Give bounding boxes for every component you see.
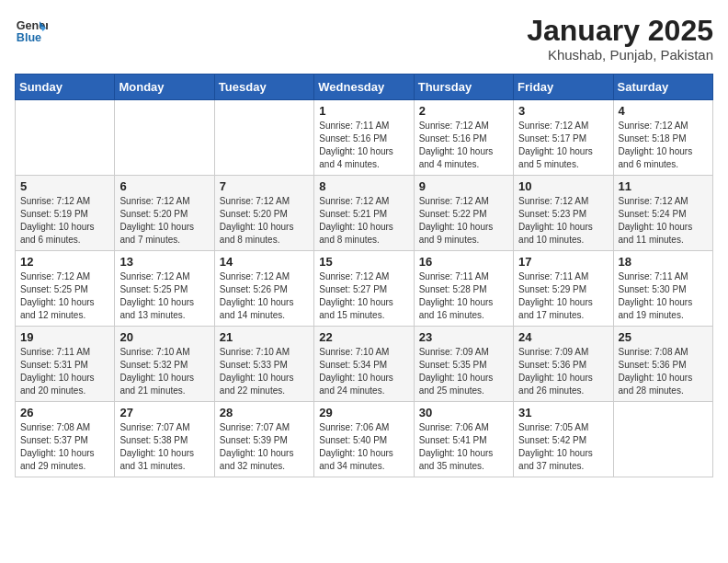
calendar-cell: 14Sunrise: 7:12 AM Sunset: 5:26 PM Dayli…: [214, 251, 313, 327]
day-number: 4: [619, 104, 708, 118]
cell-info: Sunrise: 7:06 AM Sunset: 5:41 PM Dayligh…: [419, 421, 508, 473]
logo-icon: General Blue: [15, 15, 48, 48]
calendar-cell: 2Sunrise: 7:12 AM Sunset: 5:16 PM Daylig…: [414, 100, 513, 176]
svg-text:Blue: Blue: [17, 31, 41, 44]
cell-info: Sunrise: 7:12 AM Sunset: 5:16 PM Dayligh…: [419, 120, 508, 171]
month-year-title: January 2025: [527, 15, 713, 47]
cell-info: Sunrise: 7:09 AM Sunset: 5:36 PM Dayligh…: [518, 346, 608, 397]
weekday-header-sunday: Sunday: [16, 75, 115, 100]
calendar-cell: 4Sunrise: 7:12 AM Sunset: 5:18 PM Daylig…: [613, 100, 712, 176]
calendar-cell: 6Sunrise: 7:12 AM Sunset: 5:20 PM Daylig…: [115, 176, 214, 251]
calendar-cell: 17Sunrise: 7:11 AM Sunset: 5:29 PM Dayli…: [514, 251, 613, 327]
day-number: 14: [220, 255, 309, 269]
cell-info: Sunrise: 7:12 AM Sunset: 5:21 PM Dayligh…: [319, 195, 408, 247]
calendar-cell: 15Sunrise: 7:12 AM Sunset: 5:27 PM Dayli…: [314, 251, 414, 327]
calendar-cell: 23Sunrise: 7:09 AM Sunset: 5:35 PM Dayli…: [414, 327, 513, 402]
calendar-row-3: 12Sunrise: 7:12 AM Sunset: 5:25 PM Dayli…: [16, 251, 713, 327]
weekday-header-row: SundayMondayTuesdayWednesdayThursdayFrid…: [16, 75, 713, 100]
day-number: 20: [119, 330, 209, 344]
day-number: 5: [20, 179, 109, 193]
day-number: 2: [419, 104, 508, 118]
calendar-cell: 16Sunrise: 7:11 AM Sunset: 5:28 PM Dayli…: [414, 251, 513, 327]
calendar-cell: 21Sunrise: 7:10 AM Sunset: 5:33 PM Dayli…: [214, 327, 313, 402]
calendar-cell: 30Sunrise: 7:06 AM Sunset: 5:41 PM Dayli…: [414, 402, 513, 477]
cell-info: Sunrise: 7:11 AM Sunset: 5:16 PM Dayligh…: [319, 120, 408, 171]
cell-info: Sunrise: 7:12 AM Sunset: 5:25 PM Dayligh…: [119, 270, 209, 322]
cell-info: Sunrise: 7:12 AM Sunset: 5:20 PM Dayligh…: [119, 195, 209, 247]
cell-info: Sunrise: 7:11 AM Sunset: 5:28 PM Dayligh…: [419, 270, 508, 322]
day-number: 18: [619, 255, 708, 269]
cell-info: Sunrise: 7:10 AM Sunset: 5:32 PM Dayligh…: [119, 346, 209, 397]
day-number: 31: [518, 406, 608, 419]
calendar-cell: 31Sunrise: 7:05 AM Sunset: 5:42 PM Dayli…: [514, 402, 613, 477]
day-number: 26: [20, 406, 109, 419]
cell-info: Sunrise: 7:12 AM Sunset: 5:23 PM Dayligh…: [518, 195, 608, 247]
calendar-cell: [115, 100, 214, 176]
day-number: 29: [319, 406, 408, 419]
calendar-cell: 27Sunrise: 7:07 AM Sunset: 5:38 PM Dayli…: [115, 402, 214, 477]
calendar-cell: 13Sunrise: 7:12 AM Sunset: 5:25 PM Dayli…: [115, 251, 214, 327]
page-header: General Blue January 2025 Khushab, Punja…: [15, 15, 713, 63]
day-number: 27: [119, 406, 209, 419]
location-subtitle: Khushab, Punjab, Pakistan: [527, 47, 713, 63]
day-number: 30: [419, 406, 508, 419]
day-number: 10: [518, 179, 608, 193]
calendar-row-2: 5Sunrise: 7:12 AM Sunset: 5:19 PM Daylig…: [16, 176, 713, 251]
day-number: 16: [419, 255, 508, 269]
cell-info: Sunrise: 7:10 AM Sunset: 5:33 PM Dayligh…: [220, 346, 309, 397]
weekday-header-thursday: Thursday: [414, 75, 513, 100]
weekday-header-saturday: Saturday: [613, 75, 712, 100]
cell-info: Sunrise: 7:12 AM Sunset: 5:17 PM Dayligh…: [518, 120, 608, 171]
day-number: 24: [518, 330, 608, 344]
calendar-cell: 24Sunrise: 7:09 AM Sunset: 5:36 PM Dayli…: [514, 327, 613, 402]
weekday-header-wednesday: Wednesday: [314, 75, 414, 100]
calendar-cell: 19Sunrise: 7:11 AM Sunset: 5:31 PM Dayli…: [16, 327, 115, 402]
calendar-cell: 1Sunrise: 7:11 AM Sunset: 5:16 PM Daylig…: [314, 100, 414, 176]
cell-info: Sunrise: 7:08 AM Sunset: 5:37 PM Dayligh…: [20, 421, 109, 473]
calendar-cell: 10Sunrise: 7:12 AM Sunset: 5:23 PM Dayli…: [514, 176, 613, 251]
day-number: 23: [419, 330, 508, 344]
cell-info: Sunrise: 7:05 AM Sunset: 5:42 PM Dayligh…: [518, 421, 608, 473]
title-block: January 2025 Khushab, Punjab, Pakistan: [527, 15, 713, 63]
calendar-cell: 22Sunrise: 7:10 AM Sunset: 5:34 PM Dayli…: [314, 327, 414, 402]
day-number: 8: [319, 179, 408, 193]
day-number: 25: [619, 330, 708, 344]
day-number: 6: [119, 179, 209, 193]
calendar-cell: 26Sunrise: 7:08 AM Sunset: 5:37 PM Dayli…: [16, 402, 115, 477]
day-number: 15: [319, 255, 408, 269]
day-number: 12: [20, 255, 109, 269]
day-number: 3: [518, 104, 608, 118]
logo: General Blue: [15, 15, 48, 48]
weekday-header-friday: Friday: [514, 75, 613, 100]
cell-info: Sunrise: 7:12 AM Sunset: 5:25 PM Dayligh…: [20, 270, 109, 322]
calendar-cell: 12Sunrise: 7:12 AM Sunset: 5:25 PM Dayli…: [16, 251, 115, 327]
cell-info: Sunrise: 7:12 AM Sunset: 5:20 PM Dayligh…: [220, 195, 309, 247]
calendar-cell: [214, 100, 313, 176]
calendar-cell: 9Sunrise: 7:12 AM Sunset: 5:22 PM Daylig…: [414, 176, 513, 251]
calendar-cell: 25Sunrise: 7:08 AM Sunset: 5:36 PM Dayli…: [613, 327, 712, 402]
calendar-cell: 28Sunrise: 7:07 AM Sunset: 5:39 PM Dayli…: [214, 402, 313, 477]
cell-info: Sunrise: 7:09 AM Sunset: 5:35 PM Dayligh…: [419, 346, 508, 397]
calendar-row-1: 1Sunrise: 7:11 AM Sunset: 5:16 PM Daylig…: [16, 100, 713, 176]
cell-info: Sunrise: 7:10 AM Sunset: 5:34 PM Dayligh…: [319, 346, 408, 397]
day-number: 28: [220, 406, 309, 419]
calendar-cell: 29Sunrise: 7:06 AM Sunset: 5:40 PM Dayli…: [314, 402, 414, 477]
cell-info: Sunrise: 7:12 AM Sunset: 5:18 PM Dayligh…: [619, 120, 708, 171]
calendar-cell: 18Sunrise: 7:11 AM Sunset: 5:30 PM Dayli…: [613, 251, 712, 327]
cell-info: Sunrise: 7:08 AM Sunset: 5:36 PM Dayligh…: [619, 346, 708, 397]
calendar-row-4: 19Sunrise: 7:11 AM Sunset: 5:31 PM Dayli…: [16, 327, 713, 402]
day-number: 9: [419, 179, 508, 193]
cell-info: Sunrise: 7:11 AM Sunset: 5:31 PM Dayligh…: [20, 346, 109, 397]
calendar-cell: 7Sunrise: 7:12 AM Sunset: 5:20 PM Daylig…: [214, 176, 313, 251]
day-number: 21: [220, 330, 309, 344]
cell-info: Sunrise: 7:12 AM Sunset: 5:27 PM Dayligh…: [319, 270, 408, 322]
cell-info: Sunrise: 7:07 AM Sunset: 5:39 PM Dayligh…: [220, 421, 309, 473]
day-number: 7: [220, 179, 309, 193]
day-number: 1: [319, 104, 408, 118]
calendar-table: SundayMondayTuesdayWednesdayThursdayFrid…: [15, 74, 713, 477]
cell-info: Sunrise: 7:12 AM Sunset: 5:19 PM Dayligh…: [20, 195, 109, 247]
calendar-cell: [613, 402, 712, 477]
calendar-row-5: 26Sunrise: 7:08 AM Sunset: 5:37 PM Dayli…: [16, 402, 713, 477]
day-number: 22: [319, 330, 408, 344]
calendar-cell: 8Sunrise: 7:12 AM Sunset: 5:21 PM Daylig…: [314, 176, 414, 251]
